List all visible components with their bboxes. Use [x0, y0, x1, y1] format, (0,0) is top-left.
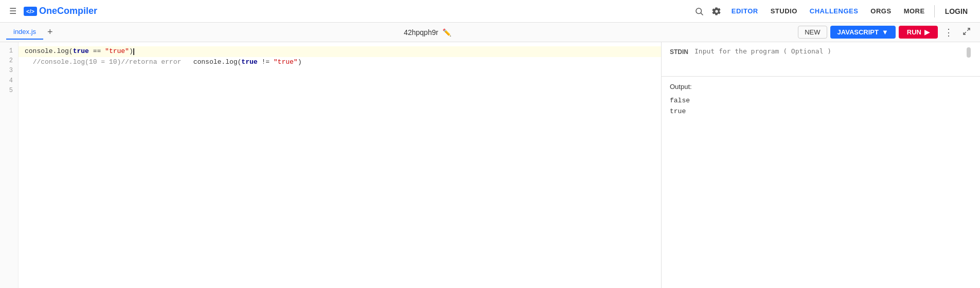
tab-index-js[interactable]: index.js: [6, 25, 43, 40]
tab-actions: NEW JAVASCRIPT ▼ RUN ▶ ⋮: [798, 25, 974, 40]
line-numbers: 1 2 3 4 5: [0, 42, 19, 288]
tab-filename: index.js: [13, 28, 36, 35]
more-options-button[interactable]: ⋮: [941, 25, 956, 40]
main-content: 1 2 3 4 5 console.log(true == "true") //…: [0, 42, 980, 288]
svg-line-3: [964, 32, 966, 34]
logo-name: OneCompiler: [39, 6, 97, 16]
code-wrapper: 1 2 3 4 5 console.log(true == "true") //…: [0, 42, 661, 288]
right-panel: STDIN Output: false true: [661, 42, 980, 288]
expand-icon: [963, 27, 971, 35]
output-label: Output:: [670, 83, 972, 91]
output-line-2: true: [670, 106, 972, 117]
output-line-1: false: [670, 96, 972, 106]
search-icon: [694, 7, 704, 16]
search-button[interactable]: [691, 4, 707, 19]
line-number: 4: [0, 76, 18, 86]
line-number: 2: [0, 56, 18, 66]
line-number: 5: [0, 86, 18, 96]
play-icon: ▶: [924, 28, 930, 36]
orgs-link[interactable]: ORGS: [865, 4, 896, 18]
stdin-label: STDIN: [670, 47, 690, 56]
stdin-section: STDIN: [662, 42, 980, 77]
tab-title-area: 42hpqph9r ✏️: [404, 28, 451, 37]
code-line-4: [185, 58, 189, 66]
code-line-2: [25, 58, 29, 66]
file-id-label: 42hpqph9r: [404, 28, 438, 37]
gear-button[interactable]: [709, 4, 724, 19]
more-link[interactable]: MORE: [899, 4, 930, 18]
code-lines[interactable]: console.log(true == "true") //console.lo…: [19, 42, 661, 288]
language-selector-button[interactable]: JAVASCRIPT ▼: [830, 26, 896, 39]
svg-point-0: [696, 8, 702, 14]
navbar: ☰ </> OneCompiler EDITOR STUDIO CHALLENG…: [0, 0, 980, 23]
login-button[interactable]: LOGIN: [939, 4, 974, 19]
code-line-5: console.log(true != "true"): [193, 58, 302, 66]
code-editor[interactable]: 1 2 3 4 5 console.log(true == "true") //…: [0, 42, 661, 288]
run-label: RUN: [907, 28, 921, 36]
challenges-link[interactable]: CHALLENGES: [805, 4, 864, 18]
output-value: false true: [670, 96, 972, 117]
code-line-3: //console.log(10 = 10)//retorna error: [33, 58, 182, 66]
svg-line-1: [701, 13, 703, 15]
chevron-down-icon: ▼: [882, 28, 888, 36]
edit-icon[interactable]: ✏️: [442, 28, 451, 37]
gear-icon: [712, 7, 721, 16]
run-button[interactable]: RUN ▶: [899, 26, 938, 39]
studio-link[interactable]: STUDIO: [765, 4, 803, 18]
scrollbar-thumb: [967, 47, 971, 58]
nav-links: EDITOR STUDIO CHALLENGES ORGS MORE LOGIN: [691, 4, 974, 19]
add-tab-button[interactable]: +: [43, 27, 57, 38]
code-line-1: console.log(true == "true"): [19, 46, 661, 57]
nav-divider: [934, 5, 935, 17]
expand-button[interactable]: [959, 25, 974, 40]
language-label: JAVASCRIPT: [838, 28, 879, 36]
new-button[interactable]: NEW: [798, 26, 827, 39]
stdin-input[interactable]: [694, 47, 961, 73]
svg-line-2: [967, 28, 970, 31]
hamburger-button[interactable]: ☰: [6, 3, 20, 19]
logo-code-icon: </>: [24, 7, 37, 16]
line-number: 3: [0, 66, 18, 76]
line-number: 1: [0, 46, 18, 56]
logo-link[interactable]: </> OneCompiler: [24, 6, 97, 16]
tabbar: index.js + 42hpqph9r ✏️ NEW JAVASCRIPT ▼…: [0, 23, 980, 42]
editor-link[interactable]: EDITOR: [726, 4, 763, 18]
output-section: Output: false true: [662, 77, 980, 288]
nav-left: ☰ </> OneCompiler: [6, 3, 97, 19]
hamburger-icon: ☰: [9, 6, 16, 16]
